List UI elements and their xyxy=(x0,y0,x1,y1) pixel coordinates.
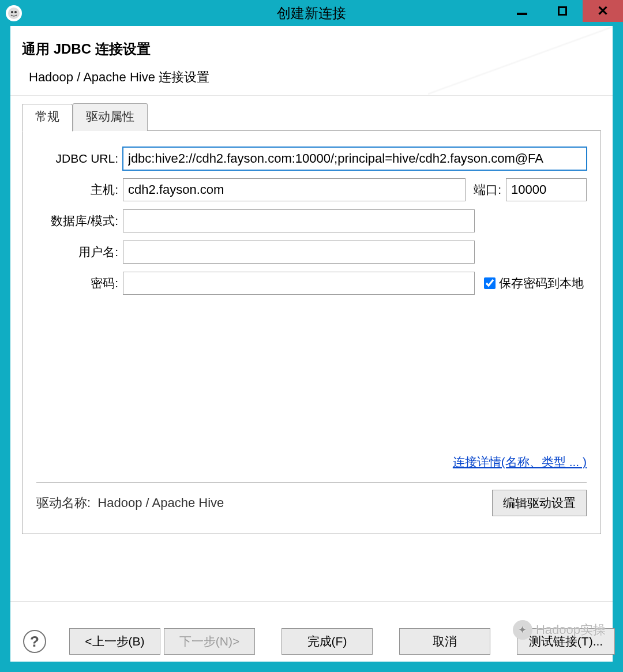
connection-details-link[interactable]: 连接详情(名称、类型 ... ) xyxy=(453,455,587,468)
panel-divider xyxy=(36,482,587,483)
tab-driver-properties[interactable]: 驱动属性 xyxy=(73,103,148,131)
password-input[interactable] xyxy=(123,272,475,295)
tab-general[interactable]: 常规 xyxy=(22,104,73,132)
driver-name-label: 驱动名称: xyxy=(36,494,91,512)
host-label: 主机: xyxy=(36,182,123,198)
svg-point-0 xyxy=(8,7,20,19)
jdbc-url-input[interactable] xyxy=(123,147,587,170)
svg-point-1 xyxy=(11,11,13,13)
app-icon xyxy=(6,5,22,21)
save-password-checkbox-row: 保存密码到本地 xyxy=(475,275,584,291)
tab-container: 常规 驱动属性 JDBC URL: 主机: 端口: 数据库/模式: 用户名: xyxy=(22,103,601,534)
titlebar: 创建新连接 ✕ xyxy=(0,0,623,26)
help-icon[interactable]: ? xyxy=(23,630,46,653)
window-controls: ✕ xyxy=(502,0,623,22)
port-label: 端口: xyxy=(466,182,506,198)
driver-name-value: Hadoop / Apache Hive xyxy=(97,495,492,510)
close-button[interactable]: ✕ xyxy=(583,0,623,22)
database-label: 数据库/模式: xyxy=(36,213,123,229)
header-divider xyxy=(10,95,613,96)
edit-driver-settings-button[interactable]: 编辑驱动设置 xyxy=(492,490,587,516)
dialog-body: 通用 JDBC 连接设置 Hadoop / Apache Hive 连接设置 常… xyxy=(10,26,613,662)
cancel-button[interactable]: 取消 xyxy=(399,628,490,655)
host-input[interactable] xyxy=(123,178,466,201)
page-title: 通用 JDBC 连接设置 xyxy=(22,40,601,58)
tab-panel-general: JDBC URL: 主机: 端口: 数据库/模式: 用户名: 密码: xyxy=(22,130,601,534)
save-password-checkbox[interactable] xyxy=(484,277,496,289)
svg-point-2 xyxy=(14,11,17,13)
back-button[interactable]: <上一步(B) xyxy=(69,628,160,655)
username-input[interactable] xyxy=(123,241,475,264)
database-input[interactable] xyxy=(123,209,475,232)
jdbc-url-label: JDBC URL: xyxy=(36,152,123,166)
dialog-header: 通用 JDBC 连接设置 Hadoop / Apache Hive 连接设置 xyxy=(10,26,613,92)
save-password-label: 保存密码到本地 xyxy=(499,275,584,291)
next-button: 下一步(N)> xyxy=(164,628,255,655)
minimize-button[interactable] xyxy=(502,0,542,22)
maximize-button[interactable] xyxy=(542,0,583,22)
finish-button[interactable]: 完成(F) xyxy=(282,628,373,655)
test-connection-button[interactable]: 测试链接(T)... xyxy=(517,628,615,655)
connection-details-link-row: 连接详情(名称、类型 ... ) xyxy=(453,454,587,470)
driver-row: 驱动名称: Hadoop / Apache Hive 编辑驱动设置 xyxy=(36,490,587,516)
username-label: 用户名: xyxy=(36,244,123,260)
page-subtitle: Hadoop / Apache Hive 连接设置 xyxy=(22,69,601,86)
dialog-footer: ? <上一步(B) 下一步(N)> 完成(F) 取消 测试链接(T)... xyxy=(10,601,613,662)
password-label: 密码: xyxy=(36,275,123,291)
port-input[interactable] xyxy=(506,178,587,201)
